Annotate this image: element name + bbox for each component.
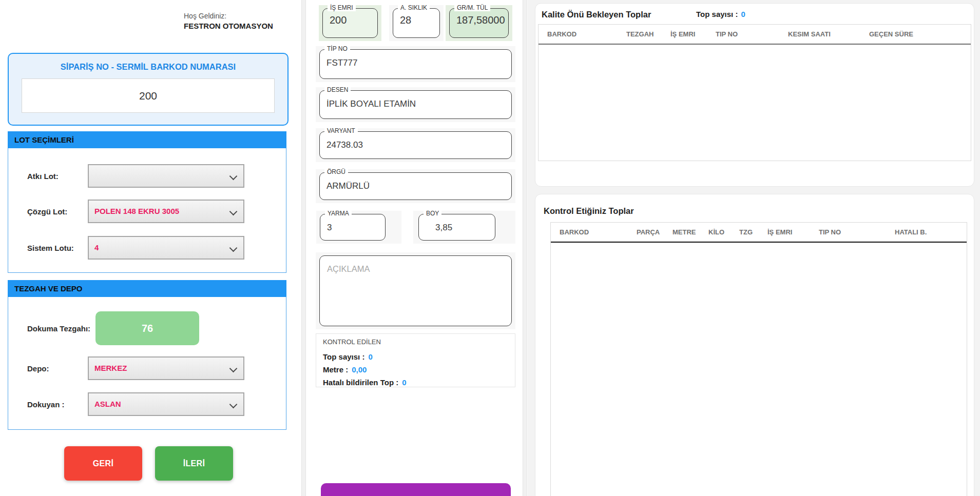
gr-m-tul-label: GR/M. TÜL [454, 4, 490, 11]
boy-value: 3,85 [435, 223, 492, 233]
loom-number-button[interactable]: 76 [95, 311, 199, 345]
a-siklik-label: A. SIKLIK [398, 4, 430, 11]
sistem-lotu-select[interactable]: 4 [88, 236, 244, 260]
dokuyan-select[interactable]: ASLAN [88, 392, 244, 416]
varyant-box[interactable]: VARYANT 24738.03 [319, 131, 512, 159]
checked-col-hatali-b: HATALI B. [886, 223, 967, 242]
tip-no-label: TİP NO [324, 45, 350, 52]
tip-no-field: TİP NO FST777 [316, 46, 515, 82]
aciklama-textarea[interactable] [320, 256, 511, 326]
depo-value: MERKEZ [94, 364, 127, 372]
pending-rolls-card: Kalite Önü Bekleyen Toplar Top sayısı :0… [535, 3, 974, 187]
tip-no-box[interactable]: TİP NO FST777 [319, 49, 512, 79]
orgu-value: ARMÜRLÜ [326, 181, 508, 191]
loom-row: Dokuma Tezgahı: 76 [8, 311, 286, 345]
pending-col-is-emri: İŞ EMRI [662, 25, 707, 44]
welcome-label: Hoş Geldiniz: [184, 12, 226, 20]
station-panel-header: TEZGAH VE DEPO [8, 280, 286, 297]
kontrol-top-sayisi-row: Top sayısı :0 [323, 352, 373, 361]
pending-col-gecen-sure: GEÇEN SÜRE [860, 25, 971, 44]
varyant-field: VARYANT 24738.03 [316, 128, 515, 162]
yarma-label: YARMA [325, 210, 352, 217]
dokuyan-label: Dokuyan : [27, 400, 65, 409]
desen-value: İPLİK BOYALI ETAMİN [326, 99, 508, 109]
pending-count-value: 0 [741, 10, 745, 18]
pending-rolls-title: Kalite Önü Bekleyen Toplar [542, 10, 651, 19]
dokuyan-value: ASLAN [94, 400, 121, 408]
desen-box[interactable]: DESEN İPLİK BOYALI ETAMİN [319, 90, 512, 119]
cozgu-lot-select[interactable]: POLEN 148 EKRU 3005 [88, 200, 244, 223]
loom-label: Dokuma Tezgahı: [27, 324, 90, 333]
pending-count-label: Top sayısı : [696, 10, 738, 18]
lot-panel-header: LOT SEÇİMLERİ [8, 131, 286, 148]
checked-col-tip-no: TIP NO [810, 223, 886, 242]
chevron-down-icon [229, 401, 238, 409]
kontrol-metre-label: Metre : [323, 365, 348, 374]
lot-selection-panel: LOT SEÇİMLERİ Atkı Lot: Çözgü Lot: POLEN… [8, 131, 286, 273]
checked-col-metre: METRE [664, 223, 700, 242]
a-siklik-box[interactable]: A. SIKLIK 28 [393, 8, 440, 38]
kontrol-metre-row: Metre :0,00 [323, 365, 367, 374]
atki-lot-row: Atkı Lot: [8, 164, 286, 188]
checked-col-parca: PARÇA [628, 223, 664, 242]
pending-count: Top sayısı :0 [696, 10, 745, 18]
kontrol-metre-value: 0,00 [352, 365, 367, 374]
is-emri-label: İŞ EMRI [328, 4, 356, 11]
desen-label: DESEN [324, 86, 351, 93]
work-order-panel: İŞ EMRI 200 A. SIKLIK 28 GR/M. TÜL 187,5… [308, 0, 523, 496]
gr-m-tul-field: GR/M. TÜL 187,58000 [446, 5, 512, 41]
chevron-down-icon [229, 208, 238, 216]
next-button[interactable]: İLERİ [155, 446, 233, 481]
checked-col-kilo: KİLO [700, 223, 731, 242]
middle-scrollbar[interactable] [523, 0, 527, 496]
a-siklik-field: A. SIKLIK 28 [389, 5, 444, 41]
bottom-action-button[interactable] [321, 483, 511, 496]
checked-col-barkod: BARKOD [551, 223, 628, 242]
yarma-box[interactable]: YARMA 3 [320, 214, 386, 241]
kontrol-edilen-title: KONTROL EDİLEN [323, 338, 381, 346]
chevron-down-icon [229, 244, 238, 252]
station-depot-panel: TEZGAH VE DEPO Dokuma Tezgahı: 76 Depo: … [8, 280, 286, 430]
is-emri-box[interactable]: İŞ EMRI 200 [322, 8, 378, 38]
sistem-lotu-label: Sistem Lotu: [27, 244, 74, 252]
aciklama-field [316, 252, 515, 329]
is-emri-value: 200 [330, 14, 374, 26]
sistem-lotu-row: Sistem Lotu: 4 [8, 236, 286, 260]
kontrol-top-sayisi-label: Top sayısı : [323, 352, 364, 361]
back-button[interactable]: GERİ [64, 446, 142, 481]
sistem-lotu-value: 4 [94, 243, 99, 252]
boy-box[interactable]: BOY 3,85 [418, 214, 495, 241]
yarma-value: 3 [327, 223, 382, 233]
pending-rolls-table: BARKOD TEZGAH İŞ EMRI TIP NO KESIM SAATI… [538, 24, 971, 161]
tip-no-value: FST777 [326, 58, 508, 68]
kontrol-hatali-label: Hatalı bildirilen Top : [323, 378, 398, 387]
pending-col-tip-no: TIP NO [707, 25, 779, 44]
kontrol-edilen-section: KONTROL EDİLEN Top sayısı :0 Metre :0,00… [316, 333, 515, 387]
order-number-input[interactable] [22, 78, 275, 113]
kontrol-hatali-value: 0 [402, 378, 406, 387]
order-box-title: SİPARİŞ NO - SERMİL BARKOD NUMARASI [9, 62, 287, 72]
atki-lot-select[interactable] [88, 164, 244, 188]
chevron-down-icon [229, 172, 238, 181]
gr-m-tul-value: 187,58000 [456, 14, 505, 26]
cozgu-lot-label: Çözgü Lot: [27, 207, 67, 216]
right-area: Kalite Önü Bekleyen Toplar Top sayısı :0… [528, 0, 980, 496]
dokuyan-row: Dokuyan : ASLAN [8, 392, 286, 416]
yarma-field: YARMA 3 [316, 211, 401, 244]
kontrol-hatali-row: Hatalı bildirilen Top :0 [323, 378, 407, 387]
order-barcode-box: SİPARİŞ NO - SERMİL BARKOD NUMARASI [8, 53, 289, 126]
depo-select[interactable]: MERKEZ [88, 356, 244, 380]
checked-rolls-table: BARKOD PARÇA METRE KİLO TZG İŞ EMRI TIP … [550, 222, 967, 496]
company-name: FESTRON OTOMASYON [184, 21, 273, 31]
varyant-label: VARYANT [324, 127, 358, 134]
pending-col-barkod: BARKOD [539, 25, 618, 44]
orgu-field: ÖRGÜ ARMÜRLÜ [316, 169, 515, 203]
is-emri-field: İŞ EMRI 200 [319, 5, 381, 41]
atki-lot-label: Atkı Lot: [27, 172, 59, 181]
gr-m-tul-box[interactable]: GR/M. TÜL 187,58000 [449, 8, 509, 38]
kontrol-top-sayisi-value: 0 [368, 352, 372, 361]
orgu-box[interactable]: ÖRGÜ ARMÜRLÜ [319, 172, 512, 200]
orgu-label: ÖRGÜ [324, 168, 348, 175]
cozgu-lot-value: POLEN 148 EKRU 3005 [94, 207, 179, 215]
a-siklik-value: 28 [400, 14, 436, 26]
